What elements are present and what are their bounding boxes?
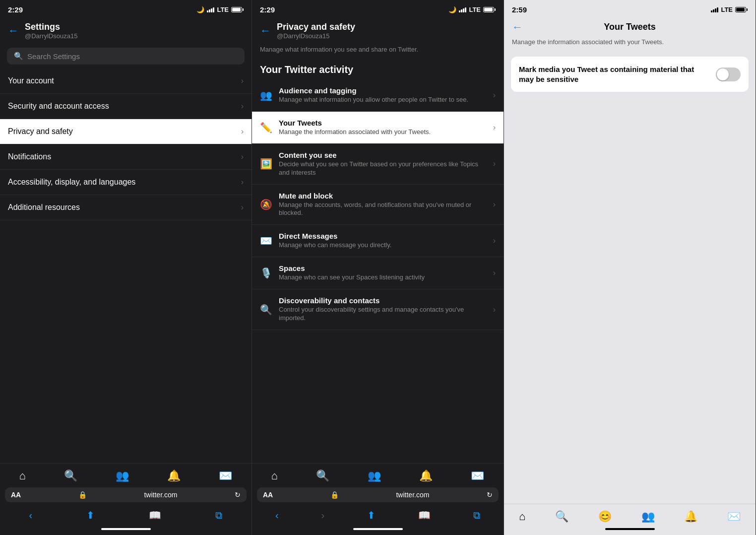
people-icon-1[interactable]: 👥 [116, 469, 129, 482]
bottom-nav-2: ⌂ 🔍 👥 🔔 ✉️ [252, 463, 504, 484]
panel-settings: 2:29 🌙 LTE ← Settings @DarrylDsouza15 [0, 0, 252, 535]
bell-icon-1[interactable]: 🔔 [167, 469, 181, 482]
search-input[interactable]: Search Settings [27, 52, 80, 61]
home-bar-3 [504, 525, 756, 535]
content-see-desc: Decide what you see on Twitter based on … [279, 160, 486, 177]
bell-icon-2[interactable]: 🔔 [419, 469, 433, 482]
accessibility-label: Accessibility, display, and languages [8, 178, 135, 187]
browser-share-2[interactable]: ⬆ [367, 509, 376, 521]
reload-icon-2[interactable]: ↻ [487, 491, 493, 499]
nav-title-area-1: Settings @DarrylDsouza15 [25, 22, 77, 40]
audience-desc: Manage what information you allow other … [279, 96, 486, 104]
bar3 [211, 8, 212, 12]
settings-item-privacy[interactable]: Privacy and safety › [0, 119, 252, 144]
back-button-3[interactable]: ← [512, 21, 523, 34]
battery-2 [483, 7, 496, 12]
your-tweets-title: Your Tweets [279, 119, 486, 127]
aa-text-2[interactable]: AA [263, 491, 273, 499]
search-nav-icon-2[interactable]: 🔍 [316, 469, 329, 482]
mail-icon-2[interactable]: ✉️ [471, 469, 484, 482]
chevron-privacy: › [241, 127, 244, 136]
browser-bar-1: AA 🔒 twitter.com ↻ [5, 487, 247, 502]
privacy-dm[interactable]: ✉️ Direct Messages Manage who can messag… [252, 225, 504, 257]
your-tweets-desc: Manage the information associated with y… [279, 128, 486, 136]
lte-label-2: LTE [469, 6, 481, 13]
your-tweets-nav-title: Your Tweets [604, 22, 655, 32]
back-button-1[interactable]: ← [8, 24, 19, 37]
nav-bar-3: ← Your Tweets [504, 18, 756, 36]
sensitive-media-toggle[interactable] [716, 67, 741, 81]
privacy-content[interactable]: 🖼️ Content you see Decide what you see o… [252, 144, 504, 185]
search-nav-icon-1[interactable]: 🔍 [64, 469, 77, 482]
discover-icon: 🔍 [260, 304, 272, 316]
nav-title-area-2: Privacy and safety @DarrylDsouza15 [277, 22, 355, 40]
your-tweets-content: Your Tweets Manage the information assoc… [279, 119, 486, 136]
bell-icon-3[interactable]: 🔔 [684, 510, 697, 523]
content-see-title: Content you see [279, 151, 486, 159]
privacy-audience[interactable]: 👥 Audience and tagging Manage what infor… [252, 79, 504, 112]
settings-item-security[interactable]: Security and account access › [0, 94, 252, 119]
bar2 [209, 9, 210, 12]
discover-content: Discoverability and contacts Control you… [279, 296, 486, 323]
emoji-icon-3[interactable]: 😊 [598, 510, 612, 523]
sensitive-media-card[interactable]: Mark media you Tweet as containing mater… [511, 57, 749, 92]
your-tweets-icon: ✏️ [260, 122, 272, 134]
battery-tip-1 [243, 8, 244, 11]
home-icon-3[interactable]: ⌂ [519, 510, 525, 523]
lte-label-3: LTE [721, 6, 733, 13]
browser-forward-2[interactable]: › [321, 510, 325, 521]
sensitive-media-label: Mark media you Tweet as containing mater… [519, 65, 716, 84]
url-text-2[interactable]: twitter.com [396, 491, 429, 499]
privacy-your-tweets[interactable]: ✏️ Your Tweets Manage the information as… [252, 112, 504, 144]
settings-item-accessibility[interactable]: Accessibility, display, and languages › [0, 170, 252, 195]
spaces-icon: 🎙️ [260, 267, 272, 279]
privacy-nav-title: Privacy and safety [277, 22, 355, 32]
signal-bars-3 [711, 6, 718, 12]
search-icon: 🔍 [14, 52, 23, 61]
chevron-your-tweets: › [493, 123, 496, 132]
browser-tabs-icon-1[interactable]: ⧉ [215, 510, 222, 521]
bottom-nav-3: ⌂ 🔍 😊 👥 🔔 ✉️ [504, 504, 756, 525]
bottom-nav-1: ⌂ 🔍 👥 🔔 ✉️ [0, 463, 252, 484]
browser-share-icon-1[interactable]: ⬆ [86, 509, 95, 521]
settings-item-your-account[interactable]: Your account › [0, 68, 252, 94]
mail-icon-3[interactable]: ✉️ [727, 510, 741, 523]
dm-title: Direct Messages [279, 232, 486, 240]
browser-tabs-2[interactable]: ⧉ [473, 510, 480, 521]
bar1 [207, 10, 208, 12]
mute-title: Mute and block [279, 192, 486, 200]
privacy-spaces[interactable]: 🎙️ Spaces Manage who can see your Spaces… [252, 257, 504, 289]
back-button-2[interactable]: ← [260, 24, 271, 37]
reload-icon-1[interactable]: ↻ [235, 491, 241, 499]
settings-item-additional[interactable]: Additional resources › [0, 195, 252, 220]
additional-label: Additional resources [8, 203, 80, 212]
chevron-discover: › [493, 305, 496, 314]
settings-item-notifications[interactable]: Notifications › [0, 144, 252, 170]
home-icon-2[interactable]: ⌂ [271, 469, 278, 482]
search-bar[interactable]: 🔍 Search Settings [7, 48, 245, 65]
discover-desc: Control your discoverability settings an… [279, 306, 486, 323]
home-indicator-3 [605, 528, 655, 530]
your-account-label: Your account [8, 76, 54, 85]
home-icon-1[interactable]: ⌂ [19, 469, 26, 482]
aa-text-1[interactable]: AA [11, 491, 21, 499]
mail-icon-1[interactable]: ✉️ [219, 469, 232, 482]
browser-book-icon-1[interactable]: 📖 [149, 509, 161, 521]
browser-back-2[interactable]: ‹ [275, 510, 279, 521]
dm-desc: Manage who can message you directly. [279, 241, 486, 250]
browser-controls-1: ‹ ⬆ 📖 ⧉ [0, 505, 252, 525]
url-text-1[interactable]: twitter.com [144, 491, 177, 499]
people-icon-3[interactable]: 👥 [641, 510, 655, 523]
privacy-discoverability[interactable]: 🔍 Discoverability and contacts Control y… [252, 289, 504, 330]
dm-icon: ✉️ [260, 235, 272, 247]
privacy-mute[interactable]: 🔕 Mute and block Manage the accounts, wo… [252, 185, 504, 225]
chevron-audience: › [493, 91, 496, 100]
discover-title: Discoverability and contacts [279, 296, 486, 305]
browser-book-2[interactable]: 📖 [418, 509, 431, 521]
browser-back-icon-1[interactable]: ‹ [29, 510, 33, 521]
people-icon-2[interactable]: 👥 [368, 469, 381, 482]
search-nav-icon-3[interactable]: 🔍 [555, 510, 568, 523]
battery-3 [735, 7, 748, 12]
status-icons-3: LTE [711, 6, 748, 13]
privacy-nav-subtitle: @DarrylDsouza15 [277, 32, 355, 40]
